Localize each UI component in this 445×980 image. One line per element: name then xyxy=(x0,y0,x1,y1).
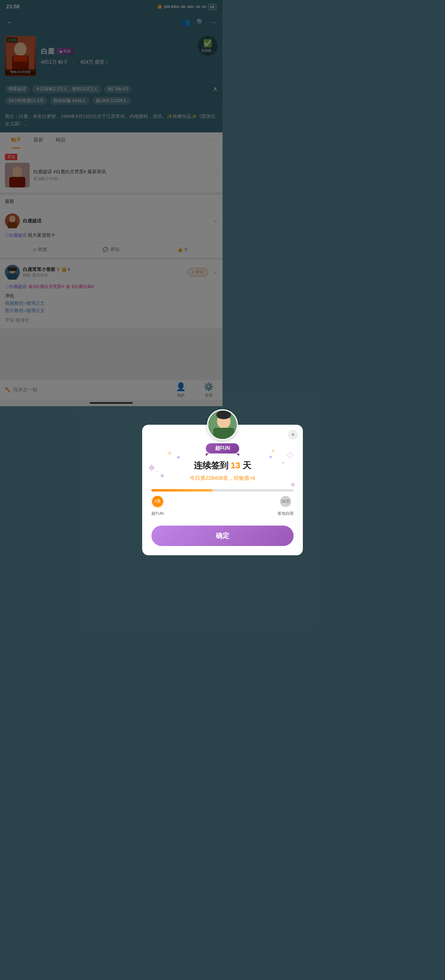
modal-badge: 超FUN xyxy=(206,443,223,453)
modal-subtitle: 今日第228408名，经验值+6 xyxy=(142,474,223,482)
deco-dot-purple xyxy=(161,474,164,477)
progress-fill xyxy=(151,489,212,490)
svg-rect-16 xyxy=(213,428,223,440)
deco-diamond-left: ◆ xyxy=(148,462,155,472)
progress-bar xyxy=(151,489,223,490)
modal-avatar xyxy=(207,409,223,440)
progress-bar-container xyxy=(151,489,223,490)
modal-card: ◆ ◇ ✦ ✦ ✦ ● ● ◆ × 超FUN xyxy=(142,425,223,490)
modal-badge-wrap: 超FUN xyxy=(142,443,223,460)
deco-dot-xs: ● xyxy=(156,469,158,473)
modal-overlay: ◆ ◇ ✦ ✦ ✦ ● ● ◆ × 超FUN xyxy=(0,0,223,490)
modal-progress-section: 7天 超FUN 30天 签地自萌 xyxy=(142,489,223,490)
